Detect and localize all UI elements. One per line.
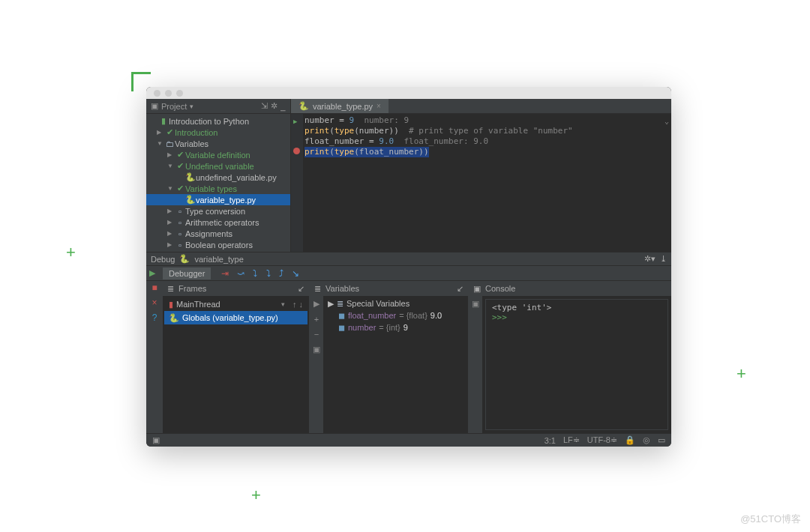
code-editor[interactable]: ▶ ⌄ number = 9 number: 9 print(type(numb…	[291, 114, 671, 252]
editor-tabbar: 🐍 variable_type.py ×	[291, 99, 671, 114]
debug-config: variable_type	[194, 255, 243, 264]
toggle-console-icon[interactable]: ▣	[472, 299, 479, 309]
var-special[interactable]: ▶≣Special Variables	[325, 297, 466, 309]
frames-title: Frames	[178, 284, 206, 293]
debug-label: Debug	[151, 255, 175, 264]
python-file-icon: 🐍	[298, 101, 309, 111]
breakpoint-icon[interactable]	[293, 148, 300, 154]
copy-icon[interactable]: ▣	[313, 345, 320, 354]
watermark: @51CTO博客	[740, 513, 801, 526]
show-exec-icon[interactable]: ⇥	[218, 268, 232, 279]
deco-plus: +	[251, 486, 261, 505]
tree-variables[interactable]: Variables	[175, 139, 208, 148]
help-icon[interactable]: ?	[152, 312, 158, 323]
tree-root[interactable]: Introduction to Python	[169, 117, 249, 126]
vars-title: Variables	[326, 284, 359, 293]
project-tool-header: ▣ Project ▾ ⇲ ✲ ⎯	[146, 99, 290, 114]
var-float[interactable]: ◼float_number = {float} 9.0	[325, 309, 466, 321]
console-panel: ▣Console ▣ <type 'int'> >>>	[469, 281, 671, 433]
console-prompt[interactable]: >>>	[492, 312, 662, 322]
debug-title-bar: Debug 🐍 variable_type ✲▾ ⤓	[146, 252, 671, 265]
hide-icon[interactable]: ⎯	[280, 102, 286, 111]
cursor-pos[interactable]: 3:1	[544, 436, 556, 445]
run-to-cursor-icon[interactable]: ↘	[289, 268, 302, 279]
console-gutter: ▣	[469, 296, 482, 433]
console-output[interactable]: <type 'int'> >>>	[485, 299, 668, 430]
deco-plus: +	[66, 243, 76, 262]
add-watch-icon[interactable]: ▶	[314, 299, 320, 309]
tree-var-def[interactable]: Variable definition	[185, 151, 250, 160]
tree-var-types[interactable]: Variable types	[185, 184, 237, 193]
run-gutter-icon[interactable]: ▶	[293, 116, 297, 127]
var-number[interactable]: ◼number = {int} 9	[325, 321, 466, 333]
editor-area: 🐍 variable_type.py × ▶ ⌄ number = 9 numb…	[291, 99, 671, 252]
project-sidebar: ▣ Project ▾ ⇲ ✲ ⎯ ▮Introduction to Pytho…	[146, 99, 291, 252]
minus-icon[interactable]: −	[314, 330, 319, 339]
tree-intro[interactable]: Introduction	[175, 128, 218, 137]
project-icon: ▣	[151, 101, 158, 111]
inspect-icon[interactable]: ◎	[643, 435, 650, 445]
tree-boolops[interactable]: Boolean operators	[185, 241, 253, 250]
tree-undef-var[interactable]: Undefined variable	[185, 162, 254, 171]
console-title: Console	[485, 284, 515, 293]
step-out-icon[interactable]: ⤴	[276, 268, 286, 279]
restore-icon[interactable]: ↙	[457, 284, 464, 294]
debug-toolbar: ▶ Debugger ⇥ ⤻ ⤵ ⤵ ⤴ ↘	[146, 265, 671, 280]
trash-icon[interactable]: ▭	[658, 435, 665, 445]
tree-var-file[interactable]: variable_type.py	[196, 196, 256, 205]
frame-thread[interactable]: ▮MainThread▾↑ ↓	[164, 297, 308, 311]
window-max[interactable]	[176, 90, 183, 97]
lock-icon[interactable]: 🔒	[625, 435, 635, 445]
status-icon[interactable]: ▣	[152, 435, 160, 445]
project-label: Project	[161, 102, 187, 111]
deco-plus: +	[736, 364, 746, 384]
collapse-icon[interactable]: ⇲	[261, 101, 268, 111]
status-bar: ▣ 3:1 LF≑ UTF-8≑ 🔒 ◎ ▭	[146, 433, 671, 447]
step-into-my-icon[interactable]: ⤵	[263, 268, 274, 279]
tree-undef-file[interactable]: undefined_variable.py	[196, 173, 277, 182]
ide-window: ▣ Project ▾ ⇲ ✲ ⎯ ▮Introduction to Pytho…	[146, 87, 671, 447]
project-tree[interactable]: ▮Introduction to Python ▶✔Introduction ▼…	[146, 114, 290, 252]
window-close[interactable]	[154, 90, 160, 97]
python-icon: 🐍	[179, 254, 190, 264]
encoding[interactable]: UTF-8≑	[587, 435, 617, 445]
editor-tab[interactable]: 🐍 variable_type.py ×	[291, 99, 388, 113]
frame-globals[interactable]: 🐍Globals (variable_type.py)	[164, 311, 308, 324]
variables-panel: ≣Variables↙ ▶ + − ▣ ▶≣Special Variables …	[310, 281, 469, 433]
step-into-icon[interactable]: ⤵	[250, 268, 260, 279]
close-icon[interactable]: ×	[152, 297, 157, 308]
tree-type-conv[interactable]: Type conversion	[185, 207, 245, 216]
step-over-icon[interactable]: ⤻	[234, 268, 248, 279]
window-min[interactable]	[165, 90, 172, 97]
gear-icon[interactable]: ✲▾	[644, 254, 656, 264]
editor-tab-label: variable_type.py	[313, 102, 373, 111]
vars-gutter: ▶ + − ▣	[310, 296, 323, 433]
gear-icon[interactable]: ✲	[271, 101, 278, 111]
plus-icon[interactable]: +	[314, 315, 319, 324]
restore-icon[interactable]: ↙	[298, 284, 304, 294]
console-line: <type 'int'>	[492, 303, 662, 312]
tree-arith[interactable]: Arithmetic operators	[185, 218, 259, 227]
frames-panel: ≣Frames↙ ▮MainThread▾↑ ↓ 🐍Globals (varia…	[163, 281, 310, 433]
vars-icon: ≣	[314, 284, 321, 294]
thread-icon: ▮	[169, 300, 173, 309]
fold-chevron-icon[interactable]: ⌄	[664, 116, 669, 127]
editor-gutter[interactable]: ▶	[291, 114, 303, 252]
debug-side-controls: ■ × ?	[146, 281, 163, 433]
line-sep[interactable]: LF≑	[563, 435, 580, 445]
window-chrome	[146, 87, 671, 99]
debugger-tab[interactable]: Debugger	[163, 267, 211, 279]
debug-panels: ■ × ? ≣Frames↙ ▮MainThread▾↑ ↓ 🐍Globals …	[146, 280, 671, 433]
pin-icon[interactable]: ⤓	[660, 254, 667, 264]
tree-assign[interactable]: Assignments	[185, 229, 232, 238]
close-icon[interactable]: ×	[376, 102, 381, 110]
frames-icon: ≣	[167, 284, 174, 294]
stop-icon[interactable]: ■	[152, 282, 157, 293]
resume-icon[interactable]: ▶	[149, 268, 155, 278]
console-icon: ▣	[473, 284, 481, 294]
python-icon: 🐍	[169, 313, 179, 323]
